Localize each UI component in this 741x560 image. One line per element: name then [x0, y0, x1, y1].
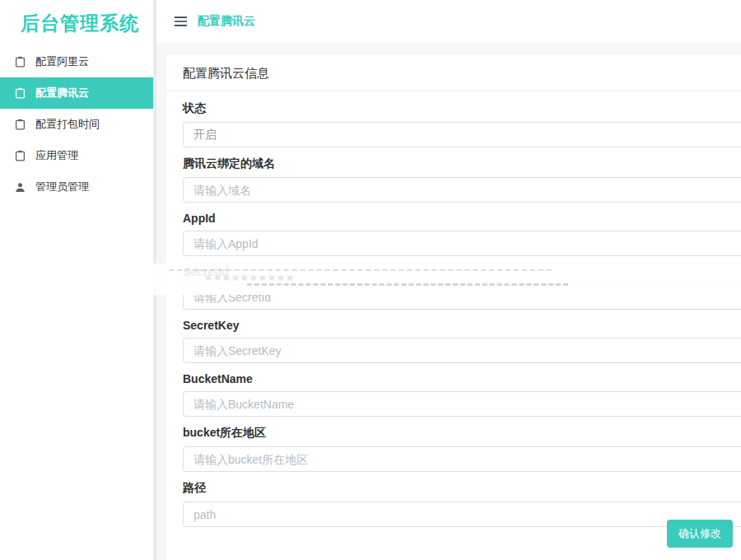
- card-footer: 确认修改: [667, 520, 733, 548]
- form-field-bucket-region: bucket所在地区: [183, 426, 741, 472]
- app-title: 后台管理系统: [0, 0, 156, 44]
- clipboard-icon: [15, 150, 26, 161]
- main-area: 配置腾讯云 配置腾讯云信息 状态腾讯云绑定的域名AppIdSecretIdSec…: [156, 0, 741, 560]
- field-label: AppId: [183, 212, 741, 225]
- clipboard-icon: [15, 119, 26, 130]
- bucketname-input[interactable]: [183, 391, 741, 417]
- breadcrumb: 配置腾讯云: [198, 14, 255, 29]
- appid-input[interactable]: [183, 231, 741, 256]
- user-icon: [15, 181, 26, 193]
- sidebar-item-label: 配置打包时间: [35, 117, 100, 132]
- sidebar-scrollbar[interactable]: [153, 0, 156, 560]
- sidebar-menu: 配置阿里云配置腾讯云配置打包时间应用管理管理员管理: [0, 46, 156, 203]
- topbar: 配置腾讯云: [156, 0, 741, 43]
- field-label: 状态: [183, 101, 741, 116]
- form-field-appid: AppId: [183, 212, 741, 256]
- card-title: 配置腾讯云信息: [166, 54, 741, 91]
- clipboard-icon: [15, 56, 26, 68]
- sidebar-item-label: 配置阿里云: [35, 54, 89, 69]
- form-field-bucketname: BucketName: [183, 372, 741, 417]
- confirm-edit-button[interactable]: 确认修改: [667, 520, 733, 548]
- sidebar-item-label: 配置腾讯云: [35, 86, 89, 100]
- field-label: bucket所在地区: [183, 426, 741, 441]
- field-label: 腾讯云绑定的域名: [183, 156, 741, 171]
- secretkey-input[interactable]: [183, 338, 741, 363]
- field-label: SecretKey: [183, 319, 741, 332]
- domain-input[interactable]: [183, 177, 741, 203]
- status-input[interactable]: [183, 122, 741, 147]
- form-field-secretid: SecretId: [183, 265, 741, 310]
- path-input[interactable]: [183, 502, 741, 527]
- sidebar-item-2[interactable]: 配置打包时间: [0, 109, 156, 140]
- form-field-secretkey: SecretKey: [183, 319, 741, 363]
- sidebar-item-label: 管理员管理: [35, 180, 89, 194]
- sidebar-item-1[interactable]: 配置腾讯云: [0, 77, 156, 109]
- field-label: 路径: [183, 481, 741, 496]
- secretid-input[interactable]: [183, 284, 741, 310]
- field-label: BucketName: [183, 372, 741, 385]
- hamburger-icon[interactable]: [174, 16, 188, 27]
- sidebar-item-4[interactable]: 管理员管理: [0, 171, 156, 203]
- sidebar-item-label: 应用管理: [35, 148, 78, 163]
- bucket-region-input[interactable]: [183, 446, 741, 472]
- sidebar-item-0[interactable]: 配置阿里云: [0, 46, 156, 77]
- config-form: 状态腾讯云绑定的域名AppIdSecretIdSecretKeyBucketNa…: [166, 91, 741, 527]
- form-field-status: 状态: [183, 101, 741, 147]
- form-field-path: 路径: [183, 481, 741, 527]
- sidebar: 后台管理系统 配置阿里云配置腾讯云配置打包时间应用管理管理员管理: [0, 0, 156, 560]
- sidebar-item-3[interactable]: 应用管理: [0, 140, 156, 171]
- clipboard-icon: [15, 87, 26, 99]
- form-field-domain: 腾讯云绑定的域名: [183, 156, 741, 203]
- config-card: 配置腾讯云信息 状态腾讯云绑定的域名AppIdSecretIdSecretKey…: [166, 54, 741, 560]
- field-label: SecretId: [183, 265, 741, 278]
